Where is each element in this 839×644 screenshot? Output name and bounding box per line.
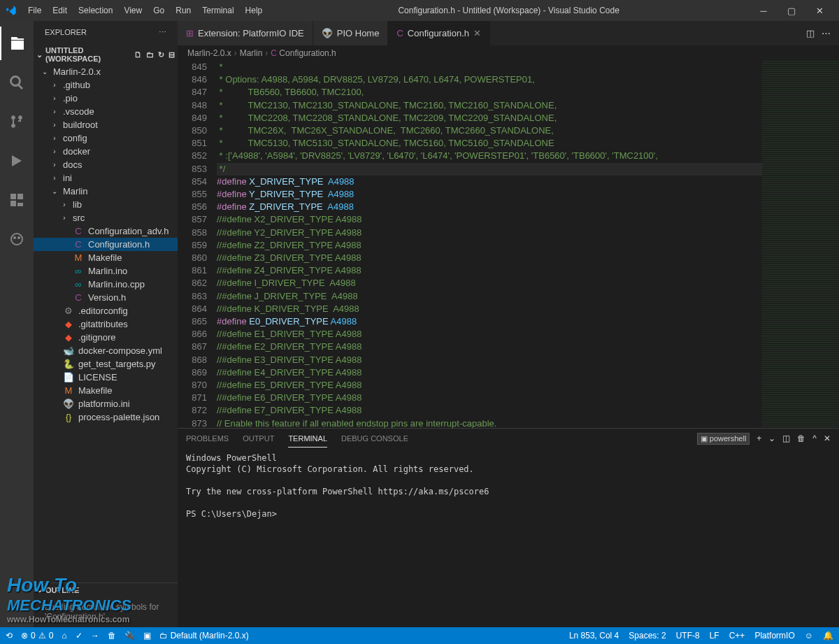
file-marlin-ino-cpp[interactable]: ∞Marlin.ino.cpp xyxy=(34,278,178,291)
folder-docker[interactable]: ›docker xyxy=(34,145,178,158)
panel-tabs: PROBLEMSOUTPUTTERMINALDEBUG CONSOLE▣ pow… xyxy=(178,429,839,448)
eol[interactable]: LF xyxy=(710,631,719,641)
folder-config[interactable]: ›config xyxy=(34,131,178,145)
close-icon[interactable]: ✕ xyxy=(473,28,481,38)
folder--github[interactable]: ›.github xyxy=(34,78,178,92)
folder-marlin[interactable]: ⌄Marlin xyxy=(34,185,178,198)
clean-icon[interactable]: 🗑 xyxy=(108,631,116,641)
menu-view[interactable]: View xyxy=(118,3,148,18)
terminal-selector[interactable]: ▣ powershell xyxy=(697,433,750,445)
trash-icon[interactable]: 🗑 xyxy=(797,434,805,443)
file-makefile[interactable]: MMakefile xyxy=(34,384,178,397)
split-editor-icon[interactable]: ◫ xyxy=(806,28,815,38)
file--gitattributes[interactable]: ◆.gitattributes xyxy=(34,317,178,331)
more-icon[interactable]: ⋯ xyxy=(159,28,166,37)
workspace-section[interactable]: ⌄ UNTITLED (WORKSPACE) 🗋 🗀 ↻ ⊟ xyxy=(34,44,178,65)
tree-label: docker-compose.yml xyxy=(78,345,162,356)
errors-warnings[interactable]: ⊗ 0 ⚠ 0 xyxy=(21,631,53,641)
terminal-icon[interactable]: ▣ xyxy=(143,631,151,641)
code-content[interactable]: * * Options: A4988, A5984, DRV8825, LV87… xyxy=(217,61,762,428)
feedback-icon[interactable]: ☺ xyxy=(805,631,813,641)
code-editor[interactable]: 8458468478488498508518528538548558568578… xyxy=(178,61,839,428)
panel-tab-debug-console[interactable]: DEBUG CONSOLE xyxy=(341,430,408,447)
folder-ini[interactable]: ›ini xyxy=(34,171,178,185)
notifications-icon[interactable]: 🔔 xyxy=(823,631,833,641)
menu-terminal[interactable]: Terminal xyxy=(196,3,239,18)
run-debug-icon[interactable] xyxy=(0,144,34,178)
remote-indicator[interactable]: ⟲ xyxy=(6,631,13,641)
breadcrumb-segment[interactable]: C Configuration.h xyxy=(271,48,336,58)
panel-tab-terminal[interactable]: TERMINAL xyxy=(288,430,327,448)
folder-lib[interactable]: ›lib xyxy=(34,198,178,211)
file-makefile[interactable]: MMakefile xyxy=(34,251,178,264)
chevron-icon: › xyxy=(50,148,59,155)
file-icon: ⚙ xyxy=(63,306,74,316)
build-icon[interactable]: ✓ xyxy=(76,631,83,641)
minimap[interactable] xyxy=(762,61,839,428)
file-icon: M xyxy=(63,385,74,396)
dropdown-icon[interactable]: ⌄ xyxy=(768,434,775,443)
split-terminal-icon[interactable]: ◫ xyxy=(782,434,790,443)
folder--pio[interactable]: ›.pio xyxy=(34,92,178,105)
file-docker-compose-yml[interactable]: 🐋docker-compose.yml xyxy=(34,344,178,357)
minimize-button[interactable]: ─ xyxy=(750,0,777,21)
new-terminal-icon[interactable]: + xyxy=(756,434,761,443)
upload-icon[interactable]: → xyxy=(91,631,99,641)
file-marlin-ino[interactable]: ∞Marlin.ino xyxy=(34,264,178,278)
file--gitignore[interactable]: ◆.gitignore xyxy=(34,331,178,344)
maximize-button[interactable]: ▢ xyxy=(777,0,805,21)
branch-indicator[interactable]: 🗀 Default (Marlin-2.0.x) xyxy=(159,631,249,641)
cursor-position[interactable]: Ln 853, Col 4 xyxy=(569,631,619,641)
indentation[interactable]: Spaces: 2 xyxy=(629,631,666,641)
menu-edit[interactable]: Edit xyxy=(47,3,73,18)
menu-help[interactable]: Help xyxy=(240,3,268,18)
close-panel-icon[interactable]: ✕ xyxy=(824,434,831,443)
breadcrumb-segment[interactable]: Marlin-2.0.x xyxy=(187,48,231,58)
platform[interactable]: PlatformIO xyxy=(754,631,794,641)
refresh-icon[interactable]: ↻ xyxy=(158,50,164,59)
tab-pio-home[interactable]: 👽PIO Home xyxy=(313,21,389,45)
breadcrumb-segment[interactable]: Marlin xyxy=(240,48,263,58)
maximize-panel-icon[interactable]: ^ xyxy=(812,434,817,443)
new-folder-icon[interactable]: 🗀 xyxy=(146,50,154,59)
tab-configuration-h[interactable]: CConfiguration.h✕ xyxy=(388,21,490,45)
menu-selection[interactable]: Selection xyxy=(73,3,118,18)
language-mode[interactable]: C++ xyxy=(729,631,745,641)
menu-run[interactable]: Run xyxy=(170,3,196,18)
explorer-icon[interactable] xyxy=(0,27,34,60)
folder-docs[interactable]: ›docs xyxy=(34,158,178,171)
home-icon[interactable]: ⌂ xyxy=(62,631,66,641)
source-control-icon[interactable] xyxy=(0,105,34,138)
folder-src[interactable]: ›src xyxy=(34,211,178,224)
editor-tabs: ⊞Extension: PlatformIO IDE👽PIO HomeCConf… xyxy=(178,21,839,45)
folder-marlin-2-0-x[interactable]: ⌄Marlin-2.0.x xyxy=(34,65,178,78)
folder--vscode[interactable]: ›.vscode xyxy=(34,105,178,118)
more-icon[interactable]: ⋯ xyxy=(822,28,831,38)
folder-buildroot[interactable]: ›buildroot xyxy=(34,118,178,131)
new-file-icon[interactable]: 🗋 xyxy=(134,50,142,59)
breadcrumb[interactable]: Marlin-2.0.x›Marlin›C Configuration.h xyxy=(178,45,839,61)
extensions-icon[interactable] xyxy=(0,183,34,217)
menu-go[interactable]: Go xyxy=(148,3,170,18)
menu-file[interactable]: File xyxy=(22,3,47,18)
terminal-output[interactable]: Windows PowerShell Copyright (C) Microso… xyxy=(178,448,839,627)
file-configuration-h[interactable]: CConfiguration.h xyxy=(34,238,178,251)
file-configuration_adv-h[interactable]: CConfiguration_adv.h xyxy=(34,224,178,238)
serial-icon[interactable]: 🔌 xyxy=(124,631,135,641)
panel-tab-problems[interactable]: PROBLEMS xyxy=(186,430,229,447)
platformio-icon[interactable] xyxy=(0,222,34,256)
chevron-icon: ⌄ xyxy=(50,187,59,195)
tab-extension-platformio-ide[interactable]: ⊞Extension: PlatformIO IDE xyxy=(178,21,313,45)
search-icon[interactable] xyxy=(0,66,34,99)
file-get_test_targets-py[interactable]: 🐍get_test_targets.py xyxy=(34,357,178,371)
panel-tab-output[interactable]: OUTPUT xyxy=(243,430,274,447)
outline-section[interactable]: ⌄ OUTLINE xyxy=(34,583,178,596)
file--editorconfig[interactable]: ⚙.editorconfig xyxy=(34,304,178,317)
encoding[interactable]: UTF-8 xyxy=(676,631,700,641)
file-platformio-ini[interactable]: 👽platformio.ini xyxy=(34,397,178,410)
file-process-palette-json[interactable]: {}process-palette.json xyxy=(34,410,178,424)
file-license[interactable]: 📄LICENSE xyxy=(34,371,178,384)
close-button[interactable]: ✕ xyxy=(805,0,833,21)
collapse-icon[interactable]: ⊟ xyxy=(168,50,175,59)
file-version-h[interactable]: CVersion.h xyxy=(34,291,178,304)
